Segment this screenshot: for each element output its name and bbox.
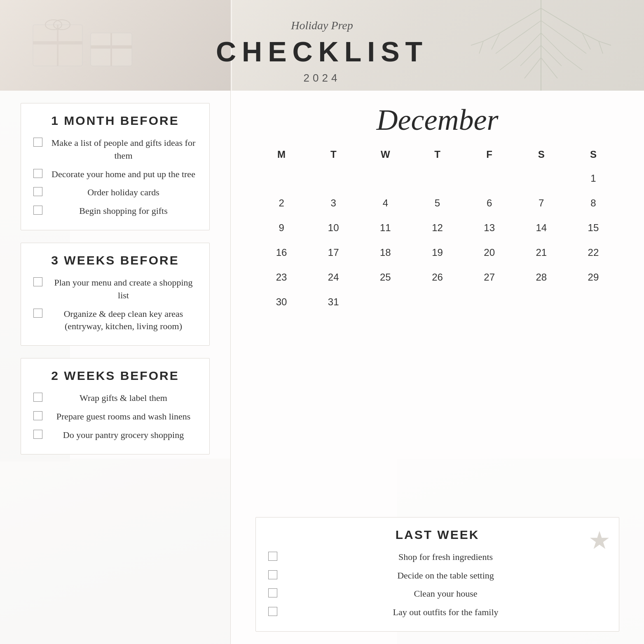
calendar-day-cell: 16 <box>255 241 307 264</box>
calendar-day-cell: — <box>464 290 515 314</box>
three-weeks-section: 3 WEEKS BEFORE Plan your menu and create… <box>21 243 210 346</box>
item-text: Begin shopping for gifts <box>50 205 197 218</box>
two-weeks-items: Wrap gifts & label themPrepare guest roo… <box>33 392 197 441</box>
checklist-item: Plan your menu and create a shopping lis… <box>33 276 197 302</box>
right-column: December MTWTFSS ——————12345678910111213… <box>231 91 644 644</box>
one-month-section: 1 MONTH BEFORE Make a list of people and… <box>21 103 210 230</box>
header: Holiday Prep CHECKLIST 2024 <box>0 0 644 91</box>
checkbox[interactable] <box>33 411 42 420</box>
star-icon: ★ <box>588 526 611 555</box>
checkbox[interactable] <box>33 430 42 439</box>
last-week-title: LAST WEEK <box>268 528 607 542</box>
calendar-day-cell: 29 <box>567 266 619 289</box>
item-text: Decide on the table setting <box>285 569 607 582</box>
item-text: Decorate your home and put up the tree <box>50 168 197 181</box>
calendar-day-cell: 19 <box>411 241 463 264</box>
calendar-day-cell: 24 <box>307 266 359 289</box>
calendar-day-cell: 4 <box>359 192 411 215</box>
item-text: Shop for fresh ingredients <box>285 551 607 564</box>
calendar-day-cell: 31 <box>307 290 359 314</box>
calendar-day-cell: 11 <box>359 216 411 239</box>
calendar-day-cell: 30 <box>255 290 307 314</box>
calendar-day-header: T <box>307 145 359 164</box>
calendar-day-cell: 26 <box>411 266 463 289</box>
calendar-day-cell: 15 <box>567 216 619 239</box>
calendar-header-row: MTWTFSS <box>255 145 619 164</box>
calendar-week-row: 3031————— <box>255 290 619 314</box>
calendar-day-cell: 14 <box>515 216 567 239</box>
calendar-day-cell: 22 <box>567 241 619 264</box>
header-subtitle: Holiday Prep <box>291 19 353 32</box>
item-text: Do your pantry grocery shopping <box>50 429 197 442</box>
three-weeks-title: 3 WEEKS BEFORE <box>33 253 197 267</box>
calendar-body: ——————1234567891011121314151617181920212… <box>255 167 619 314</box>
calendar-day-header: T <box>411 145 463 164</box>
last-week-items: Shop for fresh ingredientsDecide on the … <box>268 551 607 619</box>
checkbox[interactable] <box>33 309 42 318</box>
checklist-item: Decide on the table setting <box>268 569 607 582</box>
calendar-day-cell: — <box>411 167 463 190</box>
calendar-day-cell: — <box>307 167 359 190</box>
checkbox[interactable] <box>268 552 277 561</box>
item-text: Wrap gifts & label them <box>50 392 197 405</box>
item-text: Prepare guest rooms and wash linens <box>50 410 197 423</box>
calendar-day-cell: 9 <box>255 216 307 239</box>
calendar-day-cell: 6 <box>464 192 515 215</box>
checkbox[interactable] <box>268 588 277 597</box>
checkbox[interactable] <box>33 169 42 178</box>
calendar-day-cell: 20 <box>464 241 515 264</box>
calendar-day-cell: 7 <box>515 192 567 215</box>
page-title: CHECKLIST <box>216 35 428 68</box>
calendar-day-cell: 12 <box>411 216 463 239</box>
calendar-day-header: W <box>359 145 411 164</box>
calendar-day-header: F <box>464 145 515 164</box>
checklist-item: Clean your house <box>268 588 607 600</box>
checkbox[interactable] <box>33 206 42 215</box>
last-week-section: LAST WEEK Shop for fresh ingredientsDeci… <box>255 517 619 632</box>
calendar-day-cell: — <box>515 167 567 190</box>
calendar-day-header: S <box>515 145 567 164</box>
calendar-day-cell: 18 <box>359 241 411 264</box>
calendar-day-cell: — <box>567 290 619 314</box>
item-text: Make a list of people and gifts ideas fo… <box>50 137 197 162</box>
calendar-week-row: 23242526272829 <box>255 266 619 289</box>
calendar-day-cell: 1 <box>567 167 619 190</box>
two-weeks-title: 2 WEEKS BEFORE <box>33 369 197 383</box>
left-column: 1 MONTH BEFORE Make a list of people and… <box>0 91 231 644</box>
calendar-day-cell: — <box>411 290 463 314</box>
header-year: 2024 <box>304 72 341 84</box>
checklist-item: Prepare guest rooms and wash linens <box>33 410 197 423</box>
calendar-day-cell: 8 <box>567 192 619 215</box>
checkbox[interactable] <box>268 570 277 579</box>
checklist-item: Wrap gifts & label them <box>33 392 197 405</box>
checklist-item: Shop for fresh ingredients <box>268 551 607 564</box>
checkbox[interactable] <box>33 187 42 196</box>
calendar-month-title: December <box>255 103 619 137</box>
calendar-week-row: 16171819202122 <box>255 241 619 264</box>
checkbox[interactable] <box>33 277 42 286</box>
item-text: Lay out outfits for the family <box>285 606 607 619</box>
item-text: Clean your house <box>285 588 607 600</box>
one-month-title: 1 MONTH BEFORE <box>33 114 197 128</box>
checklist-item: Lay out outfits for the family <box>268 606 607 619</box>
calendar-day-cell: — <box>255 167 307 190</box>
item-text: Organize & deep clean key areas (entrywa… <box>50 308 197 333</box>
calendar-week-row: ——————1 <box>255 167 619 190</box>
calendar-day-cell: 21 <box>515 241 567 264</box>
checkbox[interactable] <box>33 138 42 147</box>
checklist-item: Organize & deep clean key areas (entrywa… <box>33 308 197 333</box>
two-weeks-section: 2 WEEKS BEFORE Wrap gifts & label themPr… <box>21 358 210 454</box>
calendar-day-cell: 17 <box>307 241 359 264</box>
calendar-day-header: S <box>567 145 619 164</box>
checklist-item: Order holiday cards <box>33 186 197 199</box>
checkbox[interactable] <box>268 607 277 616</box>
checklist-item: Do your pantry grocery shopping <box>33 429 197 442</box>
calendar-section: December MTWTFSS ——————12345678910111213… <box>255 103 619 509</box>
calendar-day-cell: — <box>515 290 567 314</box>
calendar-grid: MTWTFSS ——————12345678910111213141516171… <box>255 145 619 314</box>
checklist-item: Begin shopping for gifts <box>33 205 197 218</box>
calendar-day-cell: — <box>359 290 411 314</box>
calendar-week-row: 2345678 <box>255 192 619 215</box>
checkbox[interactable] <box>33 393 42 402</box>
calendar-day-cell: 25 <box>359 266 411 289</box>
